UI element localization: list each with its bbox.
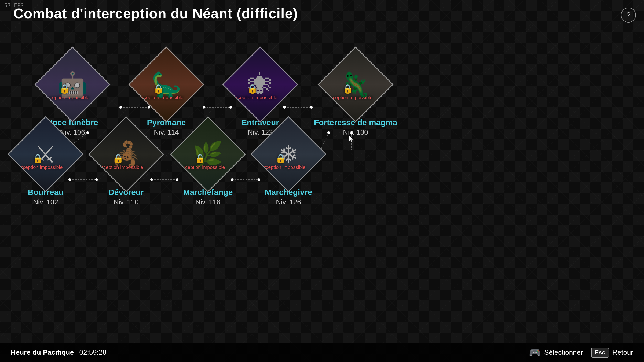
boss-level-bourreau: Niv. 102 bbox=[33, 198, 58, 206]
select-label: Sélectionner bbox=[544, 348, 583, 357]
boss-level-forteresse: Niv. 130 bbox=[343, 128, 368, 136]
time-display: Heure du Pacifique 02:59:28 bbox=[11, 348, 107, 357]
diamond-inner-bourreau: ⚔ 🔒 Interception impossible bbox=[9, 117, 82, 191]
lock-text-marchefange: Interception impossible bbox=[175, 165, 225, 170]
lock-icon-devoreur: 🔒 bbox=[113, 153, 124, 164]
diamond-inner-forteresse: 🦎 🔒 Interception impossible bbox=[319, 48, 392, 121]
lock-icon-forteresse: 🔒 bbox=[342, 84, 353, 94]
time-value: 02:59:28 bbox=[79, 348, 107, 357]
lock-text-noce-funebre: Interception impossible bbox=[40, 95, 89, 101]
diamond-wrapper-pyromane: 🦕 🔒 Interception impossible bbox=[136, 54, 197, 115]
svg-point-4 bbox=[203, 106, 205, 109]
lock-overlay-forteresse: 🔒 Interception impossible bbox=[323, 84, 372, 101]
svg-point-8 bbox=[310, 106, 313, 109]
boss-level-marchefange: Niv. 118 bbox=[195, 198, 220, 206]
boss-level-pyromane: Niv. 114 bbox=[154, 128, 179, 136]
bottom-bar: Heure du Pacifique 02:59:28 🎮 Sélectionn… bbox=[0, 343, 644, 362]
diamond-inner-noce-funebre: 🤖 🔒 Interception impossible bbox=[36, 48, 109, 121]
help-button[interactable]: ? bbox=[621, 8, 636, 23]
esc-key[interactable]: Esc bbox=[591, 348, 609, 358]
lock-overlay-marchegivre: 🔒 Interception impossible bbox=[256, 153, 305, 170]
svg-point-1 bbox=[119, 106, 122, 109]
boss-card-devoreur[interactable]: 🦂 🔒 Interception impossible Dévoreur Niv… bbox=[95, 123, 157, 206]
boss-card-bourreau[interactable]: ⚔ 🔒 Interception impossible Bourreau Niv… bbox=[15, 123, 76, 206]
diamond-shape-entraveur: 🕷 🔒 Interception impossible bbox=[222, 47, 298, 123]
diamond-inner-marchefange: 🌿 🔒 Interception impossible bbox=[171, 117, 245, 191]
select-control: 🎮 Sélectionner bbox=[529, 347, 583, 358]
diamond-wrapper-marchegivre: ❄ 🔒 Interception impossible bbox=[258, 123, 319, 185]
boss-card-forteresse[interactable]: 🦎 🔒 Interception impossible Forteresse d… bbox=[314, 54, 397, 136]
lock-icon-noce-funebre: 🔒 bbox=[59, 84, 70, 94]
lock-icon-bourreau: 🔒 bbox=[32, 153, 43, 164]
diamond-shape-marchegivre: ❄ 🔒 Interception impossible bbox=[251, 116, 327, 192]
title-underline bbox=[13, 24, 623, 24]
back-label: Retour bbox=[612, 348, 633, 357]
diamond-shape-devoreur: 🦂 🔒 Interception impossible bbox=[88, 116, 164, 192]
diamond-shape-pyromane: 🦕 🔒 Interception impossible bbox=[129, 47, 204, 123]
page-title: Combat d'interception du Néant (difficil… bbox=[13, 5, 623, 21]
diamond-wrapper-forteresse: 🦎 🔒 Interception impossible bbox=[325, 54, 386, 115]
boss-card-marchefange[interactable]: 🌿 🔒 Interception impossible Marchefange … bbox=[177, 123, 239, 206]
lock-overlay-bourreau: 🔒 Interception impossible bbox=[13, 153, 63, 170]
lock-icon-marchegivre: 🔒 bbox=[275, 153, 286, 164]
time-label: Heure du Pacifique bbox=[11, 348, 74, 357]
lock-text-pyromane: Interception impossible bbox=[134, 95, 183, 101]
diamond-shape-forteresse: 🦎 🔒 Interception impossible bbox=[318, 47, 394, 123]
diamond-inner-entraveur: 🕷 🔒 Interception impossible bbox=[224, 48, 297, 121]
lock-overlay-entraveur: 🔒 Interception impossible bbox=[228, 84, 277, 101]
diamond-shape-noce-funebre: 🤖 🔒 Interception impossible bbox=[35, 47, 111, 123]
lock-text-devoreur: Interception impossible bbox=[94, 165, 143, 170]
lock-text-marchegivre: Interception impossible bbox=[256, 165, 305, 170]
controls: 🎮 Sélectionner Esc Retour bbox=[529, 347, 633, 358]
boss-card-marchegivre[interactable]: ❄ 🔒 Interception impossible Marchegivre … bbox=[258, 123, 319, 206]
diamond-inner-marchegivre: ❄ 🔒 Interception impossible bbox=[252, 117, 325, 191]
lock-text-bourreau: Interception impossible bbox=[13, 165, 63, 170]
back-control[interactable]: Esc Retour bbox=[591, 348, 633, 358]
lock-overlay-pyromane: 🔒 Interception impossible bbox=[134, 84, 183, 101]
lock-text-forteresse: Interception impossible bbox=[323, 95, 372, 101]
diamond-wrapper-marchefange: 🌿 🔒 Interception impossible bbox=[177, 123, 239, 185]
diamond-wrapper-bourreau: ⚔ 🔒 Interception impossible bbox=[15, 123, 76, 185]
diamond-shape-marchefange: 🌿 🔒 Interception impossible bbox=[170, 116, 246, 192]
diamond-wrapper-devoreur: 🦂 🔒 Interception impossible bbox=[95, 123, 157, 185]
main-content: 🤖 🔒 Interception impossible Noce funèbre… bbox=[0, 29, 644, 341]
lock-icon-marchefange: 🔒 bbox=[195, 153, 206, 164]
diamond-wrapper-entraveur: 🕷 🔒 Interception impossible bbox=[229, 54, 291, 115]
diamond-wrapper-noce-funebre: 🤖 🔒 Interception impossible bbox=[42, 54, 103, 115]
diamond-inner-devoreur: 🦂 🔒 Interception impossible bbox=[89, 117, 163, 191]
gamepad-icon: 🎮 bbox=[529, 347, 541, 358]
boss-level-devoreur: Niv. 110 bbox=[114, 198, 138, 206]
lock-overlay-marchefange: 🔒 Interception impossible bbox=[175, 153, 225, 170]
lock-icon-pyromane: 🔒 bbox=[153, 84, 164, 94]
lock-text-entraveur: Interception impossible bbox=[228, 95, 277, 101]
lock-overlay-noce-funebre: 🔒 Interception impossible bbox=[40, 84, 89, 101]
lock-overlay-devoreur: 🔒 Interception impossible bbox=[94, 153, 143, 170]
diamond-inner-pyromane: 🦕 🔒 Interception impossible bbox=[130, 48, 203, 121]
boss-level-marchegivre: Niv. 126 bbox=[276, 198, 301, 206]
header: Combat d'interception du Néant (difficil… bbox=[13, 5, 623, 24]
lock-icon-entraveur: 🔒 bbox=[247, 84, 258, 94]
diamond-shape-bourreau: ⚔ 🔒 Interception impossible bbox=[8, 116, 84, 192]
